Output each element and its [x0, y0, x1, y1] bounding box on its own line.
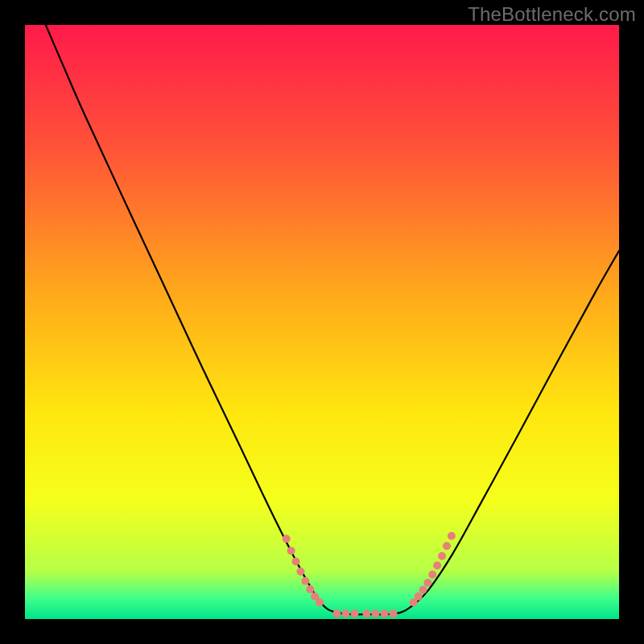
svg-point-15 [390, 609, 398, 617]
svg-point-24 [448, 532, 456, 540]
svg-point-8 [316, 598, 324, 606]
svg-point-4 [296, 568, 304, 576]
svg-point-11 [351, 609, 359, 617]
svg-point-10 [342, 609, 350, 617]
svg-point-5 [301, 577, 309, 585]
svg-point-23 [443, 542, 451, 550]
svg-point-20 [428, 571, 436, 579]
svg-point-17 [415, 592, 423, 601]
svg-point-22 [438, 552, 446, 560]
svg-point-19 [423, 579, 431, 587]
svg-point-18 [419, 586, 427, 594]
svg-point-1 [283, 535, 291, 543]
svg-point-14 [380, 609, 388, 617]
svg-point-21 [433, 562, 441, 570]
svg-point-9 [332, 609, 341, 617]
chart-frame: TheBottleneck.com [0, 0, 644, 644]
gradient-background [25, 25, 619, 619]
svg-point-3 [292, 557, 300, 565]
svg-point-13 [371, 609, 379, 617]
svg-point-12 [362, 609, 370, 617]
svg-point-6 [306, 585, 314, 593]
bottleneck-chart [0, 0, 644, 644]
svg-point-2 [287, 547, 295, 555]
